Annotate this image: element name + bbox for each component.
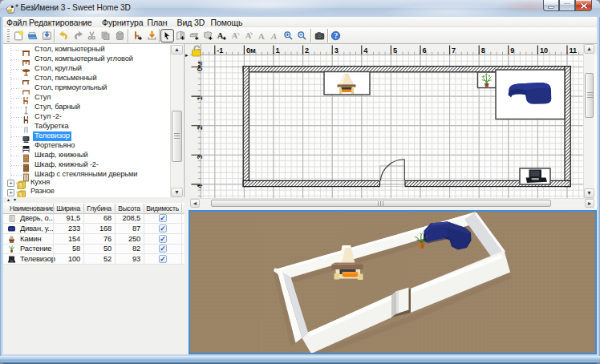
svg-text:4: 4 bbox=[363, 47, 368, 55]
svg-text:6: 6 bbox=[423, 47, 427, 55]
svg-text:1: 1 bbox=[196, 96, 204, 100]
svg-text:A: A bbox=[217, 31, 224, 40]
svg-text:9: 9 bbox=[510, 47, 514, 55]
svg-text:A: A bbox=[270, 31, 278, 41]
svg-text:A: A bbox=[232, 31, 238, 40]
svg-text:1: 1 bbox=[276, 47, 280, 55]
svg-text:11: 11 bbox=[570, 47, 578, 55]
svg-text:10: 10 bbox=[540, 47, 548, 55]
svg-text:8: 8 bbox=[481, 47, 485, 55]
svg-text:-1: -1 bbox=[217, 47, 223, 55]
svg-text:3: 3 bbox=[334, 47, 339, 55]
svg-text:2: 2 bbox=[196, 126, 204, 130]
svg-text:2: 2 bbox=[305, 47, 309, 55]
svg-text:0м: 0м bbox=[196, 62, 204, 71]
svg-text:A: A bbox=[258, 31, 266, 41]
svg-text:?: ? bbox=[334, 32, 338, 40]
svg-text:0м: 0м bbox=[246, 47, 256, 55]
svg-text:5: 5 bbox=[393, 47, 397, 55]
svg-text:3: 3 bbox=[196, 155, 204, 159]
svg-text:4: 4 bbox=[196, 184, 204, 188]
svg-text:7: 7 bbox=[452, 47, 456, 55]
